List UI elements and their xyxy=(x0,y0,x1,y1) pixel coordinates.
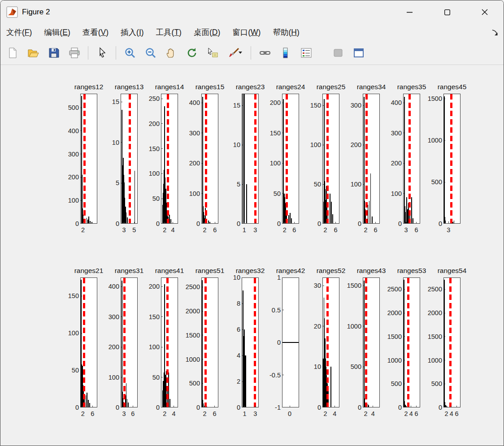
y-tick-label: 2000 xyxy=(186,307,200,315)
plot-axes[interactable] xyxy=(121,94,138,224)
zoom-out-button[interactable] xyxy=(142,44,159,61)
save-figure-button[interactable] xyxy=(45,44,62,61)
y-tick-label: 2500 xyxy=(186,283,200,290)
subplot-ranges25: ranges2505010015026 xyxy=(300,84,339,238)
hide-plot-tools-button[interactable] xyxy=(330,44,346,61)
x-tick-label: 2 xyxy=(163,226,166,234)
minimize-button[interactable] xyxy=(391,0,428,24)
plot-axes[interactable] xyxy=(282,277,299,407)
plot-axes[interactable] xyxy=(161,277,178,407)
y-tick-label: 100 xyxy=(351,181,361,188)
y-tick-label: 0 xyxy=(237,220,240,227)
x-tick-label: 3 xyxy=(253,410,257,417)
plot-axes[interactable] xyxy=(403,277,420,407)
y-tick-label: 0 xyxy=(75,404,79,411)
subplot-title: ranges13 xyxy=(115,83,144,91)
menu-item-D[interactable]: 桌面(D) xyxy=(194,27,220,38)
plot-axes[interactable] xyxy=(363,277,380,407)
menu-item-I[interactable]: 插入(I) xyxy=(121,27,144,38)
y-tick-label: 1000 xyxy=(186,356,200,363)
subplot-title: ranges45 xyxy=(438,83,467,91)
y-tick-label: 250 xyxy=(149,95,160,102)
plot-axes[interactable] xyxy=(201,277,218,407)
dock-figure-arrow-icon[interactable] xyxy=(491,29,504,36)
plot-axes[interactable] xyxy=(80,94,97,224)
y-tick-label: 0 xyxy=(196,404,200,411)
plot-axes[interactable] xyxy=(443,277,461,407)
pan-button[interactable] xyxy=(163,44,179,61)
y-tick-label: 200 xyxy=(391,160,402,167)
x-tick-label: 6 xyxy=(91,410,94,417)
menu-item-T[interactable]: 工具(T) xyxy=(156,27,182,38)
menu-item-E[interactable]: 编辑(E) xyxy=(44,27,70,38)
plot-axes[interactable] xyxy=(242,277,259,407)
y-tick-label: 150 xyxy=(68,292,79,299)
x-tick-label: 2 xyxy=(364,410,367,417)
plot-axes[interactable] xyxy=(443,94,461,224)
x-tick-label: 3 xyxy=(122,226,126,234)
y-tick-label: 1000 xyxy=(428,137,442,144)
menu-item-F[interactable]: 文件(F) xyxy=(6,27,32,38)
y-tick-label: 0 xyxy=(398,220,402,227)
y-tick-label: 1500 xyxy=(387,333,402,340)
y-tick-label: 500 xyxy=(391,380,402,387)
y-tick-label: 200 xyxy=(351,141,361,148)
legend-icon xyxy=(300,47,313,59)
y-tick-label: -0.5 xyxy=(269,372,281,379)
y-tick-label: 2 xyxy=(237,378,240,385)
menu-item-H[interactable]: 帮助(H) xyxy=(273,27,299,38)
brush-dropdown-caret-icon[interactable] xyxy=(239,52,242,54)
y-tick-label: 200 xyxy=(149,283,160,290)
y-tick-label: 4 xyxy=(237,352,240,359)
print-figure-button[interactable] xyxy=(66,44,83,61)
show-plot-tools-button[interactable] xyxy=(350,44,367,61)
x-tick-label: 4 xyxy=(450,410,453,417)
y-tick-label: 50 xyxy=(152,374,160,381)
y-tick-label: 0.5 xyxy=(272,307,281,314)
y-tick-label: 500 xyxy=(351,363,361,370)
close-button[interactable] xyxy=(466,0,504,24)
plot-axes[interactable] xyxy=(322,94,339,224)
x-tick-label: 6 xyxy=(213,410,217,417)
x-tick-label: 6 xyxy=(213,226,217,234)
plot-axes[interactable] xyxy=(403,94,420,224)
subplot-ranges32: ranges32024681013 xyxy=(219,268,259,422)
y-tick-label: 0 xyxy=(317,404,321,411)
x-tick-label: 2 xyxy=(81,226,85,234)
plot-axes[interactable] xyxy=(363,94,380,224)
brush-data-button[interactable] xyxy=(225,44,245,61)
maximize-button[interactable] xyxy=(428,0,466,24)
insert-colorbar-button[interactable] xyxy=(277,44,294,61)
x-tick-label: 3 xyxy=(253,226,257,234)
link-plot-button[interactable] xyxy=(256,44,273,61)
plot-axes[interactable] xyxy=(242,94,259,224)
y-tick-label: 200 xyxy=(189,160,200,167)
y-tick-label: 0 xyxy=(439,404,442,411)
zoom-in-button[interactable] xyxy=(122,44,138,61)
plot-axes[interactable] xyxy=(282,94,299,224)
plot-axes[interactable] xyxy=(121,277,138,407)
subplot-title: ranges31 xyxy=(115,267,144,275)
x-tick-label: 1 xyxy=(243,410,246,417)
edit-plot-button[interactable] xyxy=(94,44,110,61)
data-cursor-button[interactable] xyxy=(204,44,221,61)
rotate-3d-button[interactable] xyxy=(183,44,200,61)
subplot-title: ranges35 xyxy=(397,83,426,91)
new-figure-button[interactable] xyxy=(4,44,21,61)
y-tick-label: 1500 xyxy=(428,333,442,340)
menu-item-W[interactable]: 窗口(W) xyxy=(232,27,261,38)
plot-axes[interactable] xyxy=(201,94,218,224)
y-tick-label: 200 xyxy=(68,173,79,181)
plot-axes[interactable] xyxy=(80,277,97,407)
menu-item-V[interactable]: 查看(V) xyxy=(83,27,109,38)
open-file-button[interactable] xyxy=(25,44,41,61)
subplot-ranges41: ranges4105010015020024 xyxy=(139,268,178,422)
x-tick-label: 4 xyxy=(333,410,336,417)
subplot-title: ranges32 xyxy=(236,267,265,275)
insert-legend-button[interactable] xyxy=(298,44,314,61)
plot-axes[interactable] xyxy=(161,94,178,224)
minimize-icon xyxy=(407,9,413,15)
x-tick-label: 3 xyxy=(404,226,408,234)
plot-axes[interactable] xyxy=(322,277,339,407)
y-tick-label: 10 xyxy=(233,141,240,148)
